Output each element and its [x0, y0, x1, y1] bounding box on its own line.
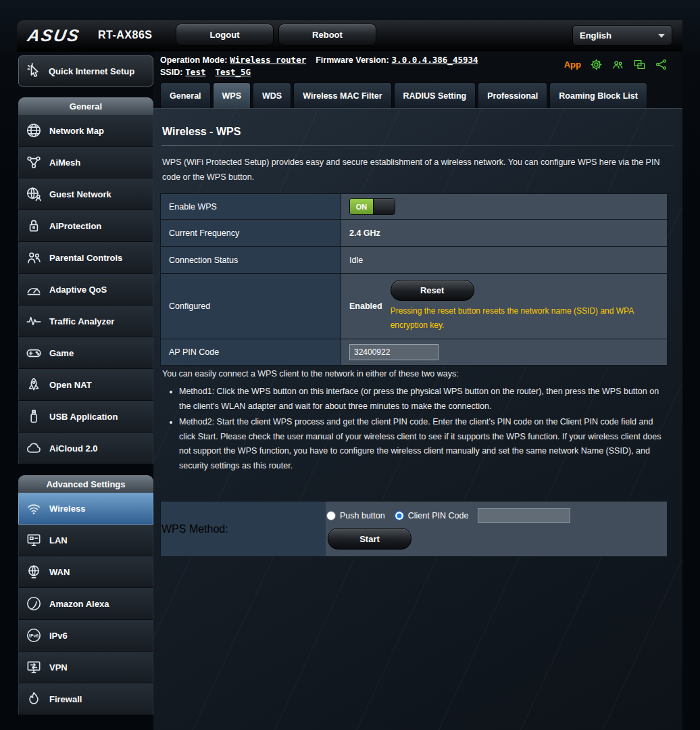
- toggle-knob: [373, 199, 395, 214]
- table-row: Enable WPS ON: [161, 194, 668, 220]
- sidebar-item-lan[interactable]: LAN: [18, 525, 153, 556]
- current-frequency-label: Current Frequency: [161, 220, 341, 247]
- tab-professional[interactable]: Professional: [478, 82, 547, 108]
- sidebar-item-adaptive-qos[interactable]: Adaptive QoS: [18, 274, 153, 306]
- router-model-title: RT-AX86S: [98, 29, 152, 41]
- sidebar-item-ipv6[interactable]: IPv6 IPv6: [18, 620, 153, 652]
- start-button[interactable]: Start: [328, 528, 411, 550]
- sidebar-item-aicloud[interactable]: AiCloud 2.0: [18, 433, 153, 464]
- alexa-icon: [25, 595, 43, 612]
- wireless-tabs: General WPS WDS Wireless MAC Filter RADI…: [160, 82, 647, 108]
- ssid-label: SSID:: [160, 68, 182, 77]
- settings-gear-icon[interactable]: [590, 58, 603, 71]
- sidebar-item-vpn[interactable]: VPN: [18, 652, 153, 683]
- lan-monitor-icon: [25, 531, 43, 549]
- tab-wireless-mac-filter[interactable]: Wireless MAC Filter: [293, 82, 391, 108]
- sidebar-item-label: Parental Controls: [49, 253, 122, 263]
- sidebar-item-wireless[interactable]: Wireless: [18, 493, 153, 525]
- sidebar-item-game[interactable]: Game: [18, 337, 153, 369]
- ipv6-icon: IPv6: [25, 627, 43, 644]
- configured-label: Configured: [161, 274, 341, 339]
- tab-wds[interactable]: WDS: [253, 82, 291, 108]
- current-frequency-value: 2.4 GHz: [341, 220, 668, 247]
- asus-logo: ASUS: [26, 26, 82, 45]
- ssid-24g-link[interactable]: Test: [185, 67, 205, 77]
- sidebar-item-traffic-analyzer[interactable]: Traffic Analyzer: [18, 306, 153, 337]
- wps-method-table: WPS Method: Push button Client PIN Code …: [160, 501, 668, 557]
- client-pin-label: Client PIN Code: [408, 511, 469, 520]
- client-pin-field[interactable]: [478, 508, 570, 523]
- sidebar-item-wan[interactable]: WAN: [18, 556, 153, 588]
- sidebar-item-firewall[interactable]: Firewall: [18, 683, 153, 715]
- top-bar: ASUS RT-AX86S Logout Reboot English: [17, 20, 682, 51]
- sidebar-item-label: AiMesh: [49, 157, 80, 168]
- configured-value: Enabled: [349, 301, 382, 311]
- header-utility-icons: App: [564, 58, 668, 71]
- network-share-icon[interactable]: [655, 58, 668, 71]
- sidebar-item-guest-network[interactable]: Guest Network: [18, 178, 153, 210]
- screen-mirror-icon[interactable]: [633, 58, 646, 71]
- connection-status-value: Idle: [341, 247, 668, 274]
- router-admin-page: ASUS RT-AX86S Logout Reboot English Quic…: [0, 0, 700, 730]
- lock-icon: [25, 217, 43, 235]
- sidebar-item-aimesh[interactable]: AiMesh: [18, 147, 153, 178]
- operation-mode-label: Operation Mode:: [160, 55, 227, 65]
- sidebar-item-open-nat[interactable]: Open NAT: [18, 369, 153, 401]
- toggle-on-label: ON: [350, 199, 373, 214]
- info-bar: Operation Mode:Wireless routerFirmware V…: [160, 54, 539, 78]
- firmware-link[interactable]: 3.0.0.4.386_45934: [392, 55, 478, 65]
- sidebar-item-label: USB Application: [49, 412, 118, 422]
- table-row: Current Frequency 2.4 GHz: [161, 220, 668, 247]
- sidebar-item-label: Traffic Analyzer: [49, 316, 114, 326]
- firmware-label: Firmware Version:: [316, 55, 389, 65]
- logout-button[interactable]: Logout: [176, 24, 274, 46]
- wps-description: WPS (WiFi Protected Setup) provides easy…: [162, 155, 670, 185]
- tab-wps[interactable]: WPS: [213, 82, 251, 108]
- sidebar-item-usb-application[interactable]: USB Application: [18, 401, 153, 433]
- connection-status-label: Connection Status: [161, 247, 341, 274]
- reset-note: Pressing the reset button resets the net…: [391, 304, 659, 333]
- people-icon: [25, 249, 43, 266]
- table-row: Configured Enabled Reset Pressing the re…: [161, 274, 668, 339]
- tab-radius-setting[interactable]: RADIUS Setting: [394, 82, 476, 108]
- reset-button[interactable]: Reset: [391, 280, 474, 301]
- tab-general[interactable]: General: [160, 82, 211, 108]
- reboot-button[interactable]: Reboot: [278, 24, 376, 46]
- wps-method-label: WPS Method:: [161, 502, 326, 557]
- ap-pin-code-field[interactable]: [349, 344, 439, 360]
- sidebar-item-network-map[interactable]: Network Map: [18, 115, 153, 147]
- table-row: WPS Method: Push button Client PIN Code …: [161, 502, 668, 557]
- app-link[interactable]: App: [564, 59, 581, 70]
- operation-mode-link[interactable]: Wireless router: [230, 55, 306, 65]
- svg-text:IPv6: IPv6: [29, 633, 39, 638]
- enable-wps-toggle[interactable]: ON: [349, 198, 395, 215]
- client-pin-radio[interactable]: [395, 511, 404, 520]
- magic-setup-icon: [24, 62, 43, 80]
- sidebar: Quick Internet Setup General Network Map…: [18, 55, 153, 715]
- language-select[interactable]: English: [572, 25, 672, 46]
- push-button-radio[interactable]: [326, 511, 336, 520]
- tab-roaming-block-list[interactable]: Roaming Block List: [549, 82, 647, 108]
- app-frame: ASUS RT-AX86S Logout Reboot English Quic…: [17, 20, 682, 730]
- gauge-icon: [25, 281, 43, 298]
- methods-list: Method1: Click the WPS button on this in…: [168, 385, 667, 474]
- sidebar-item-label: Wireless: [49, 504, 85, 514]
- sidebar-item-aiprotection[interactable]: AiProtection: [18, 210, 153, 242]
- ap-pin-code-label: AP PIN Code: [161, 339, 341, 366]
- method1-item: Method1: Click the WPS button on this in…: [179, 385, 667, 414]
- quick-internet-setup-button[interactable]: Quick Internet Setup: [18, 55, 153, 87]
- gamepad-icon: [25, 344, 43, 362]
- ssid-5g-link[interactable]: Test_5G: [215, 67, 251, 77]
- sidebar-item-amazon-alexa[interactable]: Amazon Alexa: [18, 588, 153, 620]
- rocket-icon: [25, 376, 43, 393]
- sidebar-item-label: AiCloud 2.0: [49, 443, 98, 454]
- sidebar-item-label: VPN: [49, 662, 68, 673]
- clients-icon[interactable]: [611, 58, 624, 71]
- sidebar-item-label: Amazon Alexa: [49, 599, 109, 609]
- language-value: English: [580, 30, 611, 41]
- ways-intro-text: You can easily connect a WPS client to t…: [162, 369, 459, 379]
- sidebar-item-label: AiProtection: [49, 221, 101, 231]
- usb-icon: [25, 408, 43, 425]
- sidebar-item-parental-controls[interactable]: Parental Controls: [18, 242, 153, 274]
- sidebar-item-label: IPv6: [49, 631, 68, 641]
